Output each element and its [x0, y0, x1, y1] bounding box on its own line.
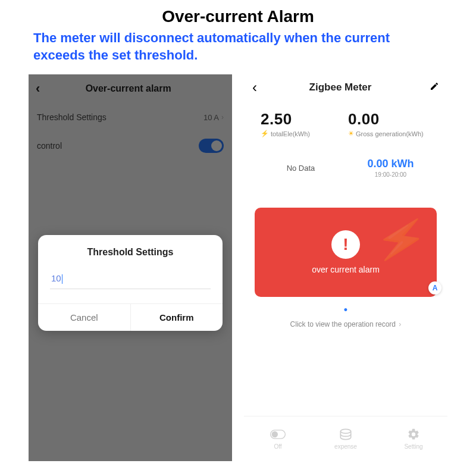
threshold-modal: Threshold Settings 10 Cancel Confirm [38, 235, 223, 331]
sun-icon: ☀ [348, 130, 354, 137]
kwh-block: 0.00 kWh 19:00-20:00 [346, 158, 436, 178]
bolt-bg-icon: ⚡ [372, 212, 431, 267]
phone-right: ‹ Zigbee Meter 2.50 ⚡totalEle(kWh) 0.00 … [244, 74, 447, 461]
svg-point-2 [340, 430, 350, 434]
nav-setting-label: Setting [404, 443, 422, 450]
threshold-input-value: 10 [51, 273, 61, 283]
chevron-right-icon: › [397, 320, 401, 328]
kwh-value: 0.00 kWh [346, 158, 436, 170]
stat-total-ele-label: totalEle(kWh) [271, 130, 310, 137]
right-header: ‹ Zigbee Meter [244, 74, 447, 101]
nav-off[interactable]: Off [244, 416, 312, 461]
page-indicator: • [244, 297, 447, 320]
nav-off-label: Off [274, 443, 281, 450]
right-header-title: Zigbee Meter [251, 82, 430, 93]
stat-gross-gen: 0.00 ☀Gross generation(kWh) [348, 110, 436, 137]
text-cursor [62, 274, 63, 284]
nav-expense[interactable]: expense [312, 416, 380, 461]
operation-record-link[interactable]: Click to view the operation record › [244, 320, 447, 328]
stat-total-ele-value: 2.50 [261, 110, 348, 129]
phone-left: ‹ Over-current alarm Threshold Settings … [29, 74, 232, 461]
bolt-icon: ⚡ [261, 130, 269, 137]
stat-gross-gen-value: 0.00 [348, 110, 436, 129]
alarm-text: over current alarm [312, 265, 380, 274]
confirm-button[interactable]: Confirm [131, 304, 223, 331]
alarm-card[interactable]: ⚡ ! over current alarm A [255, 208, 437, 297]
cancel-button[interactable]: Cancel [38, 304, 131, 331]
threshold-input[interactable]: 10 [50, 271, 211, 289]
nav-setting[interactable]: Setting [380, 416, 447, 461]
badge-a[interactable]: A [428, 281, 441, 295]
edit-icon[interactable] [430, 82, 439, 93]
page-title: Over-current Alarm [0, 0, 476, 26]
page-subtitle: The meter will disconnect automatically … [0, 26, 476, 64]
kwh-time: 19:00-20:00 [346, 171, 436, 178]
no-data-label: No Data [256, 164, 346, 173]
alert-icon: ! [331, 230, 360, 259]
modal-title: Threshold Settings [38, 247, 223, 271]
svg-point-1 [272, 431, 278, 437]
stat-gross-gen-label: Gross generation(kWh) [356, 130, 424, 137]
nav-expense-label: expense [334, 443, 357, 450]
stat-total-ele: 2.50 ⚡totalEle(kWh) [261, 110, 348, 137]
record-link-label: Click to view the operation record [290, 320, 396, 328]
bottom-nav: Off expense Setting [244, 416, 447, 461]
